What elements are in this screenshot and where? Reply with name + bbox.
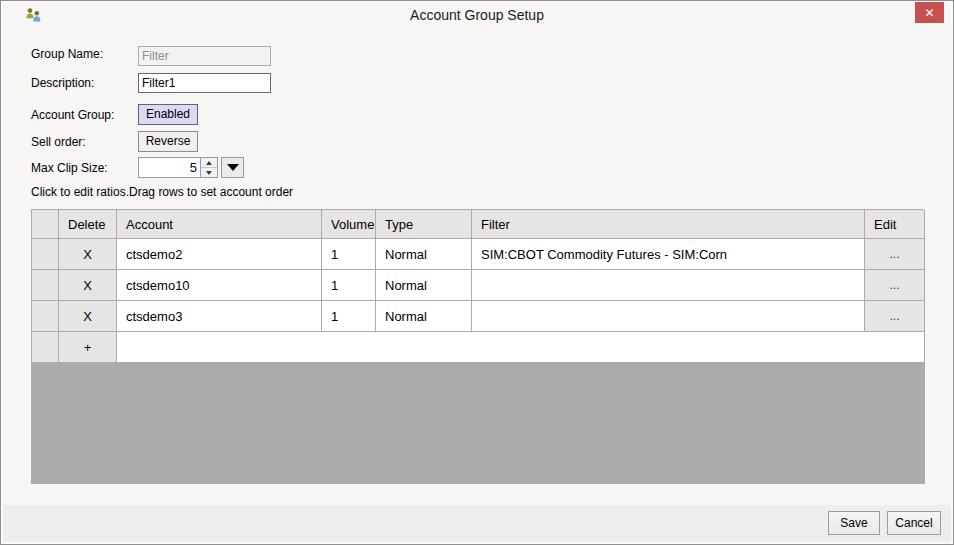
account-group-label: Account Group: [31, 108, 114, 122]
max-clip-size-input[interactable] [138, 157, 201, 178]
spin-up-button[interactable] [201, 158, 217, 167]
window-title: Account Group Setup [1, 7, 953, 23]
edit-filter-button[interactable]: ... [865, 239, 925, 270]
type-cell[interactable]: Normal [376, 270, 472, 301]
close-button[interactable]: ✕ [915, 2, 944, 23]
account-cell[interactable]: ctsdemo3 [117, 301, 322, 332]
spin-down-button[interactable] [201, 167, 217, 177]
spin-down-icon [206, 171, 212, 175]
delete-row-button[interactable]: X [59, 270, 117, 301]
chevron-down-icon [227, 164, 239, 171]
group-name-input [138, 46, 271, 66]
new-row-empty-cells[interactable] [117, 332, 925, 363]
filter-cell[interactable]: SIM:CBOT Commodity Futures - SIM:Corn [472, 239, 865, 270]
description-label: Description: [31, 76, 94, 90]
column-header-selector [32, 210, 59, 239]
account-cell[interactable]: ctsdemo2 [117, 239, 322, 270]
volume-cell[interactable]: 1 [322, 270, 376, 301]
new-row-selector [32, 332, 59, 363]
dialog-footer [3, 505, 951, 542]
delete-row-button[interactable]: X [59, 239, 117, 270]
add-account-button[interactable]: + [59, 332, 117, 363]
grid-hint-text: Click to edit ratios.Drag rows to set ac… [31, 185, 293, 199]
column-header-volume[interactable]: Volume [322, 210, 376, 239]
column-header-delete[interactable]: Delete [59, 210, 117, 239]
volume-cell[interactable]: 1 [322, 239, 376, 270]
description-input[interactable] [138, 73, 271, 93]
row-drag-handle[interactable] [32, 301, 59, 332]
sell-order-label: Sell order: [31, 135, 86, 149]
close-icon: ✕ [924, 6, 934, 20]
group-name-label: Group Name: [31, 47, 103, 61]
column-header-type[interactable]: Type [376, 210, 472, 239]
title-bar[interactable]: Account Group Setup ✕ [1, 1, 953, 29]
row-drag-handle[interactable] [32, 239, 59, 270]
max-clip-size-label: Max Clip Size: [31, 161, 108, 175]
filter-cell[interactable] [472, 301, 865, 332]
type-cell[interactable]: Normal [376, 301, 472, 332]
type-cell[interactable]: Normal [376, 239, 472, 270]
max-clip-size-dropdown-button[interactable] [221, 157, 244, 178]
column-header-filter[interactable]: Filter [472, 210, 865, 239]
accounts-grid: Delete Account Volume Type Filter Edit X… [31, 209, 924, 484]
column-header-edit[interactable]: Edit [865, 210, 925, 239]
edit-filter-button[interactable]: ... [865, 270, 925, 301]
cancel-button[interactable]: Cancel [887, 511, 941, 535]
volume-cell[interactable]: 1 [322, 301, 376, 332]
delete-row-button[interactable]: X [59, 301, 117, 332]
max-clip-size-stepper [200, 157, 218, 178]
spin-up-icon [206, 161, 212, 165]
column-header-account[interactable]: Account [117, 210, 322, 239]
account-cell[interactable]: ctsdemo10 [117, 270, 322, 301]
row-drag-handle[interactable] [32, 270, 59, 301]
account-group-setup-dialog: Account Group Setup ✕ Group Name: Descri… [0, 0, 954, 545]
sell-order-reverse-button[interactable]: Reverse [138, 131, 198, 152]
filter-cell[interactable] [472, 270, 865, 301]
save-button[interactable]: Save [828, 511, 880, 535]
account-group-enabled-button[interactable]: Enabled [138, 104, 198, 125]
grid-empty-area [32, 363, 925, 484]
edit-filter-button[interactable]: ... [865, 301, 925, 332]
